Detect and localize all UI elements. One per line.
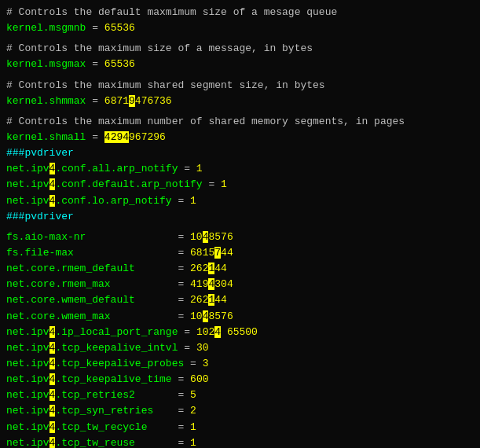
line: net.core.wmem_max = 1048576 bbox=[6, 309, 474, 325]
line: # Controls the maximum number of shared … bbox=[6, 114, 474, 130]
line: net.ipv4.conf.default.arp_notify = 1 bbox=[6, 177, 474, 193]
line: net.ipv4.tcp_keepalive_intvl = 30 bbox=[6, 340, 474, 356]
line: kernel.msgmnb = 65536 bbox=[6, 20, 474, 36]
line: net.ipv4.tcp_tw_reuse = 1 bbox=[6, 435, 474, 448]
line: net.ipv4.conf.lo.arp_notify = 1 bbox=[6, 193, 474, 209]
terminal-output: # Controls the default maxmimum size of … bbox=[6, 5, 474, 448]
line: net.ipv4.tcp_retries2 = 5 bbox=[6, 387, 474, 403]
line: kernel.shmall = 4294967296 bbox=[6, 130, 474, 145]
line: net.ipv4.tcp_tw_recycle = 1 bbox=[6, 420, 474, 435]
line: # Controls the maximum shared segment si… bbox=[6, 78, 474, 94]
line: # Controls the maximum size of a message… bbox=[6, 41, 474, 57]
line: kernel.msgmax = 65536 bbox=[6, 57, 474, 72]
line: net.core.rmem_default = 262144 bbox=[6, 261, 474, 277]
line: net.ipv4.ip_local_port_range = 1024 6550… bbox=[6, 325, 474, 340]
line: net.core.wmem_default = 262144 bbox=[6, 292, 474, 308]
line: ###pvdriver bbox=[6, 145, 474, 161]
line: fs.aio-max-nr = 1048576 bbox=[6, 230, 474, 245]
line: kernel.shmmax = 68719476736 bbox=[6, 94, 474, 109]
line: ###pvdriver bbox=[6, 209, 474, 225]
line: net.ipv4.tcp_keepalive_probes = 3 bbox=[6, 356, 474, 372]
line: net.core.rmem_max = 4194304 bbox=[6, 277, 474, 292]
line: net.ipv4.tcp_syn_retries = 2 bbox=[6, 403, 474, 419]
line: # Controls the default maxmimum size of … bbox=[6, 5, 474, 20]
line: fs.file-max = 6815744 bbox=[6, 245, 474, 261]
line: net.ipv4.tcp_keepalive_time = 600 bbox=[6, 372, 474, 387]
line: net.ipv4.conf.all.arp_notify = 1 bbox=[6, 161, 474, 177]
